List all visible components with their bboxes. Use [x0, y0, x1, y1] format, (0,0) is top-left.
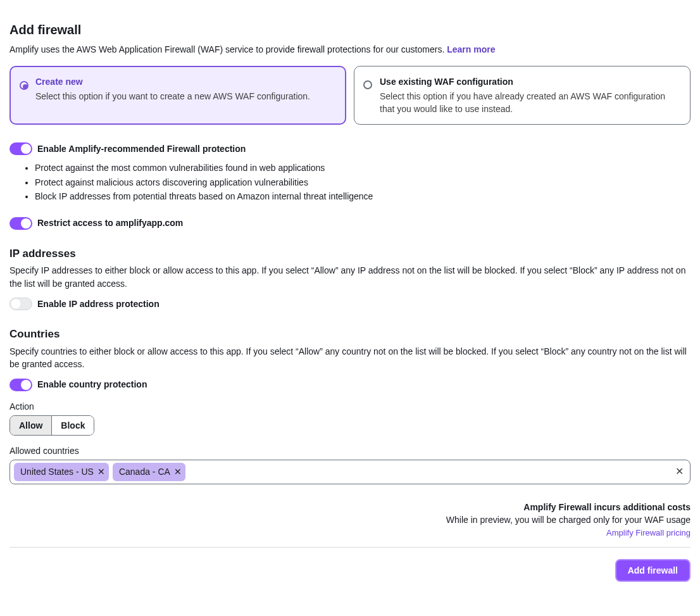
close-icon[interactable]: ✕	[174, 467, 182, 476]
tile-create-new[interactable]: Create new Select this option if you wan…	[9, 66, 346, 125]
tile-create-desc: Select this option if you want to create…	[35, 90, 337, 103]
radio-icon	[363, 80, 372, 89]
section-countries-desc: Specify countries to either block or all…	[9, 345, 691, 371]
pricing-link[interactable]: Amplify Firewall pricing	[606, 528, 691, 537]
action-segmented: Allow Block	[9, 415, 94, 436]
separator	[9, 547, 691, 548]
action-label: Action	[9, 400, 691, 413]
toggle-recommended[interactable]	[9, 142, 32, 155]
learn-more-link[interactable]: Learn more	[447, 44, 495, 54]
section-countries-title: Countries	[9, 327, 691, 343]
costs-title: Amplify Firewall incurs additional costs	[9, 501, 691, 513]
allowed-countries-label: Allowed countries	[9, 444, 691, 457]
list-item: Block IP addresses from potential threat…	[35, 190, 691, 203]
tile-existing-title: Use existing WAF configuration	[380, 75, 681, 88]
intro-text: Amplify uses the AWS Web Application Fir…	[9, 43, 691, 56]
country-token: Canada - CA ✕	[113, 463, 185, 481]
allowed-countries-input[interactable]: United States - US ✕ Canada - CA ✕ ✕	[9, 460, 691, 484]
clear-all-icon[interactable]: ✕	[675, 467, 684, 477]
close-icon[interactable]: ✕	[97, 467, 105, 476]
token-label: Canada - CA	[119, 465, 170, 478]
toggle-ip[interactable]	[9, 298, 32, 310]
intro-body: Amplify uses the AWS Web Application Fir…	[9, 44, 447, 54]
list-item: Protect against the most common vulnerab…	[35, 161, 691, 174]
page-title: Add firewall	[9, 21, 691, 39]
toggle-restrict[interactable]	[9, 217, 32, 230]
action-block-button[interactable]: Block	[51, 416, 94, 435]
tile-use-existing[interactable]: Use existing WAF configuration Select th…	[354, 66, 691, 125]
toggle-ip-label: Enable IP address protection	[37, 298, 159, 310]
tile-existing-desc: Select this option if you have already c…	[380, 90, 681, 116]
config-choice: Create new Select this option if you wan…	[9, 66, 691, 125]
toggle-restrict-label: Restrict access to amplifyapp.com	[37, 217, 183, 229]
add-firewall-button[interactable]: Add firewall	[615, 559, 691, 582]
action-allow-button[interactable]: Allow	[10, 416, 51, 435]
section-ip-title: IP addresses	[9, 246, 691, 262]
costs-subtitle: While in preview, you will be charged on…	[9, 513, 691, 526]
toggle-recommended-label: Enable Amplify-recommended Firewall prot…	[37, 142, 246, 155]
radio-icon	[20, 81, 28, 90]
toggle-countries[interactable]	[9, 379, 32, 391]
tile-create-title: Create new	[35, 75, 337, 88]
toggle-countries-label: Enable country protection	[37, 378, 147, 391]
country-token: United States - US ✕	[14, 463, 109, 481]
costs-block: Amplify Firewall incurs additional costs…	[9, 501, 691, 539]
recommended-bullets: Protect against the most common vulnerab…	[35, 161, 691, 203]
list-item: Protect against malicious actors discove…	[35, 176, 691, 189]
token-label: United States - US	[20, 465, 94, 478]
section-ip-desc: Specify IP addresses to either block or …	[9, 264, 691, 290]
